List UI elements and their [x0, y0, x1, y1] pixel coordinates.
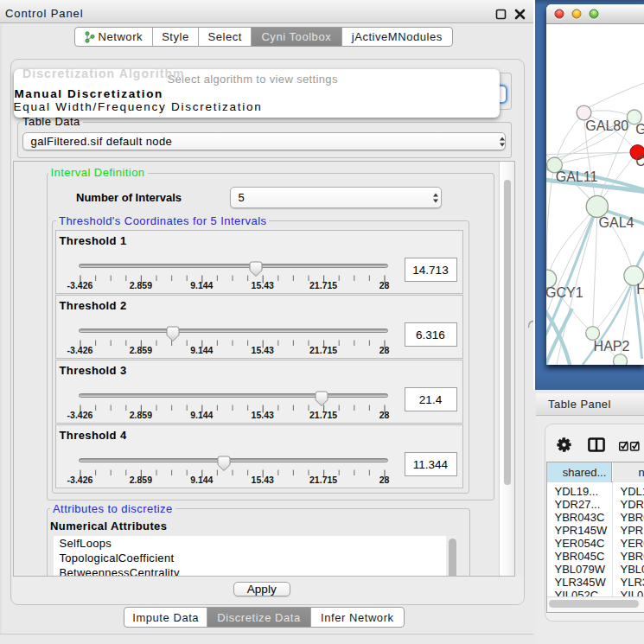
- svg-text:GAL80: GAL80: [585, 118, 628, 133]
- svg-text:HIS4: HIS4: [636, 282, 644, 296]
- svg-text:GAL3: GAL3: [635, 121, 644, 136]
- svg-text:GCY1: GCY1: [546, 285, 583, 300]
- svg-text:GAL4: GAL4: [598, 215, 634, 230]
- svg-text:CDC6: CDC6: [635, 154, 644, 169]
- svg-text:HAP2: HAP2: [593, 338, 629, 353]
- svg-text:GAL11: GAL11: [555, 169, 597, 183]
